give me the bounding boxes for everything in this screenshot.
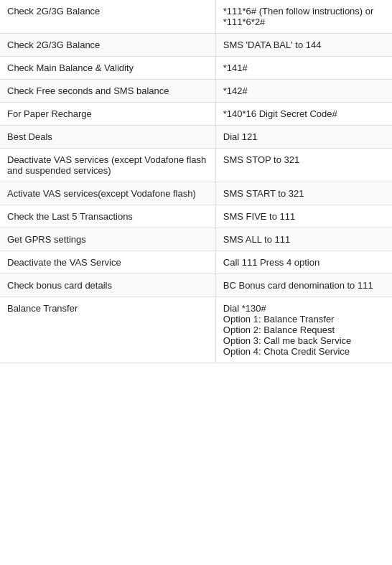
table-row: Deactivate VAS services (except Vodafone… — [0, 149, 392, 182]
table-row: Check 2G/3G BalanceSMS 'DATA BAL' to 144 — [0, 34, 392, 57]
action-cell: SMS START to 321 — [215, 182, 392, 205]
action-cell: Dial *130#Option 1: Balance TransferOpti… — [215, 297, 392, 363]
action-cell: SMS 'DATA BAL' to 144 — [215, 34, 392, 57]
table-row: Deactivate the VAS ServiceCall 111 Press… — [0, 251, 392, 274]
service-cell: Get GPRS settings — [0, 228, 215, 251]
table-row: Balance TransferDial *130#Option 1: Bala… — [0, 297, 392, 363]
table-row: Check Free seconds and SMS balance*142# — [0, 80, 392, 103]
service-cell: Deactivate VAS services (except Vodafone… — [0, 149, 215, 182]
table-row: Check 2G/3G Balance*111*6# (Then follow … — [0, 0, 392, 34]
action-cell: *142# — [215, 80, 392, 103]
service-cell: Check 2G/3G Balance — [0, 0, 215, 34]
action-cell: Call 111 Press 4 option — [215, 251, 392, 274]
service-cell: Check the Last 5 Transactions — [0, 205, 215, 228]
services-table: Check 2G/3G Balance*111*6# (Then follow … — [0, 0, 392, 363]
action-cell: *141# — [215, 57, 392, 80]
table-row: Activate VAS services(except Vodafone fl… — [0, 182, 392, 205]
table-row: Check bonus card detailsBC Bonus card de… — [0, 274, 392, 297]
action-cell: *111*6# (Then follow instructions) or *1… — [215, 0, 392, 34]
table-row: Check the Last 5 TransactionsSMS FIVE to… — [0, 205, 392, 228]
service-cell: Balance Transfer — [0, 297, 215, 363]
action-cell: SMS ALL to 111 — [215, 228, 392, 251]
service-cell: Best Deals — [0, 126, 215, 149]
service-cell: For Paper Recharge — [0, 103, 215, 126]
service-cell: Deactivate the VAS Service — [0, 251, 215, 274]
service-cell: Check Main Balance & Validity — [0, 57, 215, 80]
action-cell: SMS FIVE to 111 — [215, 205, 392, 228]
service-cell: Check bonus card details — [0, 274, 215, 297]
action-cell: *140*16 Digit Secret Code# — [215, 103, 392, 126]
table-row: Best DealsDial 121 — [0, 126, 392, 149]
service-cell: Check 2G/3G Balance — [0, 34, 215, 57]
table-row: For Paper Recharge*140*16 Digit Secret C… — [0, 103, 392, 126]
table-row: Check Main Balance & Validity*141# — [0, 57, 392, 80]
service-cell: Activate VAS services(except Vodafone fl… — [0, 182, 215, 205]
service-cell: Check Free seconds and SMS balance — [0, 80, 215, 103]
action-cell: SMS STOP to 321 — [215, 149, 392, 182]
table-row: Get GPRS settingsSMS ALL to 111 — [0, 228, 392, 251]
action-cell: BC Bonus card denomination to 111 — [215, 274, 392, 297]
action-cell: Dial 121 — [215, 126, 392, 149]
